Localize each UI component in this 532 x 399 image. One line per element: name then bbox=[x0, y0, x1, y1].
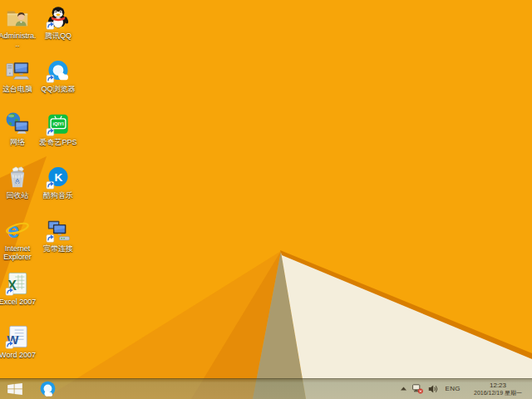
ie-e-glyph: e bbox=[7, 219, 19, 242]
volume-tray-icon[interactable] bbox=[428, 378, 438, 399]
kugou-icon: K bbox=[46, 165, 71, 190]
kugou-k-glyph: K bbox=[55, 171, 63, 184]
desktop-icon-kugou-music[interactable]: K 酷狗音乐 bbox=[39, 165, 77, 200]
desktop-icon-administrator[interactable]: Administra... bbox=[0, 5, 37, 48]
desktop-icon-this-pc[interactable]: 这台电脑 bbox=[0, 58, 37, 93]
desktop-icon-network[interactable]: 网络 bbox=[0, 111, 37, 146]
word-icon: W bbox=[5, 324, 30, 349]
network-globe-icon bbox=[5, 111, 30, 136]
wallpaper-image bbox=[0, 0, 532, 399]
shortcut-arrow-icon bbox=[47, 22, 54, 29]
desktop-icon-iqiyi-pps[interactable]: iQIYI 爱奇艺PPS bbox=[39, 111, 77, 146]
taskbar-clock[interactable]: 12:23 2016/12/19 星期一 bbox=[467, 378, 529, 399]
desktop-icon-word-2007[interactable]: W Word 2007 bbox=[0, 324, 37, 359]
desktop-icon-excel-2007[interactable]: X Excel 2007 bbox=[0, 271, 37, 306]
shortcut-arrow-icon bbox=[47, 75, 54, 82]
qq-penguin-icon bbox=[46, 5, 71, 30]
desktop-icon-tencent-qq[interactable]: 腾讯QQ bbox=[39, 5, 77, 40]
shortcut-arrow-icon bbox=[6, 288, 13, 295]
desktop-icon-broadband-connection[interactable]: 宽带连接 bbox=[39, 218, 77, 253]
icon-label: 腾讯QQ bbox=[39, 32, 77, 40]
clock-date: 2016/12/19 星期一 bbox=[474, 389, 522, 397]
icon-label: 宽带连接 bbox=[39, 244, 77, 253]
icon-label: 爱奇艺PPS bbox=[39, 138, 77, 146]
taskbar-qq-browser-button[interactable] bbox=[37, 378, 59, 399]
desktop[interactable]: Administra... 这台电脑 网络 bbox=[0, 0, 532, 399]
icon-label: Excel 2007 bbox=[0, 298, 37, 306]
desktop-icon-qq-browser[interactable]: QQ浏览器 bbox=[39, 58, 77, 93]
clock-time: 12:23 bbox=[490, 382, 506, 389]
icon-label: 酷狗音乐 bbox=[39, 191, 77, 200]
broadband-connection-icon bbox=[46, 218, 71, 243]
desktop-icon-recycle-bin[interactable]: 回收站 bbox=[0, 165, 37, 200]
icon-label: QQ浏览器 bbox=[39, 85, 77, 93]
internet-explorer-icon: e bbox=[5, 218, 30, 243]
user-folder-icon bbox=[5, 5, 30, 30]
computer-icon bbox=[5, 58, 30, 83]
chevron-up-icon bbox=[400, 385, 407, 392]
iqiyi-icon: iQIYI bbox=[46, 111, 71, 136]
icon-label: Word 2007 bbox=[0, 351, 37, 359]
shortcut-arrow-icon bbox=[6, 341, 13, 348]
network-status-tray-icon[interactable] bbox=[412, 378, 423, 399]
shortcut-arrow-icon bbox=[47, 234, 54, 242]
qq-browser-icon bbox=[46, 58, 71, 83]
icon-label: 回收站 bbox=[0, 191, 37, 200]
desktop-icon-internet-explorer[interactable]: e Internet Explorer bbox=[0, 218, 37, 261]
recycle-bin-icon bbox=[5, 165, 30, 190]
show-hidden-icons-button[interactable] bbox=[400, 378, 407, 399]
network-disconnected-icon bbox=[412, 383, 423, 394]
icon-label: Administra... bbox=[0, 32, 37, 48]
qq-browser-icon bbox=[39, 380, 57, 397]
input-language-indicator[interactable]: ENG bbox=[443, 385, 462, 392]
icon-label: 网络 bbox=[0, 138, 37, 146]
icon-label: 这台电脑 bbox=[0, 85, 37, 93]
icon-label: Internet Explorer bbox=[0, 244, 37, 261]
system-tray: ENG 12:23 2016/12/19 星期一 bbox=[400, 378, 532, 399]
start-button[interactable] bbox=[0, 378, 30, 399]
iqiyi-wordmark: iQIYI bbox=[52, 121, 64, 126]
taskbar: ENG 12:23 2016/12/19 星期一 bbox=[0, 378, 532, 399]
excel-icon: X bbox=[5, 271, 30, 296]
windows-logo-icon bbox=[7, 383, 22, 395]
speaker-icon bbox=[428, 384, 438, 394]
shortcut-arrow-icon bbox=[47, 181, 54, 189]
shortcut-arrow-icon bbox=[47, 128, 54, 135]
